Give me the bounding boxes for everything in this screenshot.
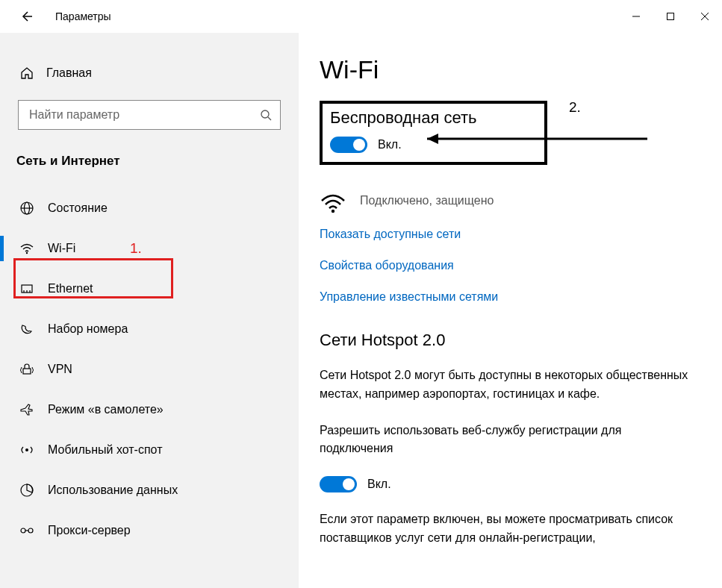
svg-point-4 — [261, 110, 269, 118]
vpn-icon — [18, 360, 36, 378]
data-usage-icon — [18, 481, 36, 499]
window-title: Параметры — [55, 10, 111, 22]
wireless-heading: Беспроводная сеть — [330, 108, 477, 128]
svg-point-22 — [332, 210, 334, 213]
search-input[interactable] — [18, 100, 281, 130]
hotspot-heading: Сети Hotspot 2.0 — [320, 331, 692, 350]
sidebar-item-label: Режим «в самолете» — [48, 403, 164, 416]
section-header: Сеть и Интернет — [0, 146, 299, 179]
page-title: Wi-Fi — [320, 55, 692, 84]
hotspot-icon — [18, 441, 36, 459]
ethernet-icon — [18, 280, 36, 298]
hotspot-permission-text: Разрешить использовать веб-службу регист… — [320, 422, 692, 459]
sidebar-item-ethernet[interactable]: Ethernet — [0, 269, 299, 309]
hotspot-toggle[interactable] — [320, 476, 357, 492]
hotspot-description: Сети Hotspot 2.0 могут быть доступны в н… — [320, 366, 692, 404]
dialup-icon — [18, 320, 36, 338]
svg-line-5 — [268, 117, 271, 120]
maximize-button[interactable] — [653, 4, 688, 28]
svg-rect-1 — [667, 13, 674, 20]
hotspot-toggle-label: Вкл. — [367, 478, 391, 491]
hotspot-toggle-row: Вкл. — [320, 476, 692, 492]
link-show-networks[interactable]: Показать доступные сети — [320, 228, 692, 241]
home-label: Главная — [46, 66, 92, 80]
content-area: Wi-Fi Беспроводная сеть Вкл. 2. Подключе… — [299, 33, 722, 588]
titlebar: Параметры — [0, 0, 722, 33]
sidebar-item-vpn[interactable]: VPN — [0, 349, 299, 390]
wireless-section-box: Беспроводная сеть Вкл. 2. — [320, 101, 547, 165]
home-button[interactable]: Главная — [0, 60, 299, 87]
link-known-networks[interactable]: Управление известными сетями — [320, 290, 692, 304]
sidebar-item-label: Прокси-сервер — [48, 524, 131, 537]
svg-point-18 — [28, 528, 33, 533]
sidebar-item-label: Набор номера — [48, 322, 128, 336]
sidebar-item-dialup[interactable]: Набор номера — [0, 309, 299, 349]
svg-point-17 — [21, 528, 25, 533]
sidebar-item-data-usage[interactable]: Использование данных — [0, 470, 299, 510]
window-buttons — [619, 4, 722, 28]
sidebar-item-status[interactable]: Состояние — [0, 188, 299, 228]
proxy-icon — [18, 522, 36, 539]
svg-rect-14 — [23, 369, 31, 374]
airplane-icon — [18, 401, 36, 419]
wifi-toggle[interactable] — [330, 137, 367, 153]
sidebar-item-label: Мобильный хот-спот — [48, 443, 162, 457]
minimize-button[interactable] — [619, 4, 653, 28]
home-icon — [18, 66, 36, 81]
sidebar-item-label: Использование данных — [48, 484, 178, 497]
hotspot-info-text: Если этот параметр включен, вы можете пр… — [320, 510, 692, 548]
sidebar-item-airplane[interactable]: Режим «в самолете» — [0, 390, 299, 430]
wifi-icon — [18, 240, 36, 257]
wifi-status-text: Подключено, защищено — [360, 194, 494, 207]
back-button[interactable] — [18, 8, 34, 25]
sidebar: Главная Сеть и Интернет Состояние Wi-Fi — [0, 33, 299, 588]
wifi-status-row: Подключено, защищено — [320, 187, 692, 214]
search-icon — [259, 108, 273, 122]
wifi-toggle-label: Вкл. — [378, 138, 402, 151]
svg-point-15 — [25, 448, 28, 451]
search-field[interactable] — [28, 107, 259, 122]
svg-point-9 — [26, 252, 28, 254]
wifi-status-icon — [320, 187, 346, 214]
sidebar-item-wifi[interactable]: Wi-Fi — [0, 228, 299, 269]
wifi-toggle-row: Вкл. — [330, 137, 477, 153]
sidebar-item-proxy[interactable]: Прокси-сервер — [0, 510, 299, 551]
link-hardware-properties[interactable]: Свойства оборудования — [320, 259, 692, 272]
close-button[interactable] — [688, 4, 722, 28]
sidebar-item-label: Состояние — [48, 201, 108, 215]
sidebar-item-label: VPN — [48, 363, 72, 376]
globe-icon — [18, 199, 36, 217]
sidebar-item-hotspot[interactable]: Мобильный хот-спот — [0, 430, 299, 470]
sidebar-item-label: Wi-Fi — [48, 242, 75, 255]
sidebar-item-label: Ethernet — [48, 282, 93, 295]
annotation-2-label: 2. — [569, 99, 581, 116]
